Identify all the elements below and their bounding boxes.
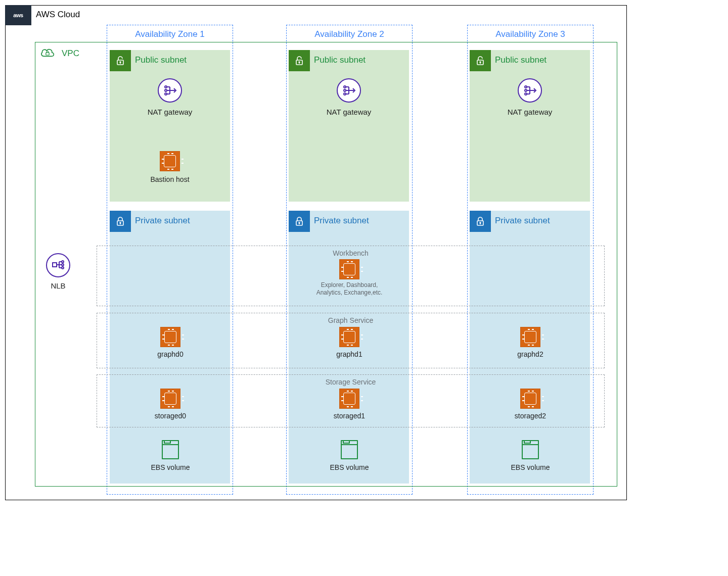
workbench-desc: Explorer, Dashboard, Analytics, Exchange… [309,281,390,297]
svg-point-17 [525,89,527,91]
graphd0-label: graphd0 [130,350,211,358]
svg-point-12 [344,93,346,95]
lock-open-icon [293,55,305,67]
lock-closed-icon [293,215,305,227]
nat-gateway-icon [158,78,182,103]
nlb-block: NLB [46,253,70,290]
workbench-instance: Explorer, Dashboard, Analytics, Exchange… [309,259,390,297]
public-subnet-icon [110,50,131,71]
ebs-label: EBS volume [140,463,201,471]
public-subnet-label: Public subnet [495,55,547,65]
nlb-icon [46,253,70,277]
nlb-label: NLB [46,281,70,290]
storaged2-label: storaged2 [490,412,571,420]
graphd1-label: graphd1 [309,350,390,358]
svg-point-5 [165,89,167,91]
svg-point-31 [62,267,64,269]
az1-label: Availability Zone 1 [107,29,233,39]
public-subnet-az1: Public subnet NAT gateway Bastion host [110,50,230,202]
aws-logo-text: aws [13,12,23,18]
graphd2-instance: graphd2 [490,327,571,358]
storaged2-instance: storaged2 [490,389,571,420]
nat-gateway-label: NAT gateway [470,108,590,116]
storaged0-label: storaged0 [130,412,211,420]
lock-closed-icon [114,215,126,227]
ec2-instance-icon [339,389,359,409]
public-subnet-az3: Public subnet NAT gateway [470,50,590,202]
ebs-label: EBS volume [319,463,380,471]
public-subnet-label: Public subnet [135,55,187,65]
svg-point-29 [62,261,64,263]
graphd1-instance: graphd1 [309,327,390,358]
ebs-volume-az2: EBS volume [319,440,380,471]
storage-service-title: Storage Service [97,378,604,386]
nat-gateway-az2: NAT gateway [289,78,409,116]
svg-point-30 [62,264,64,266]
aws-cloud-label: AWS Cloud [36,10,80,20]
svg-point-6 [165,93,167,95]
aws-logo-badge: aws [5,5,31,25]
vpc-cloud-icon [39,46,56,60]
storaged0-instance: storaged0 [130,389,211,420]
ebs-volume-icon [162,440,179,459]
vpc-label: VPC [62,49,79,59]
ebs-volume-az1: EBS volume [140,440,201,471]
private-subnet-label: Private subnet [495,216,550,226]
nat-gateway-label: NAT gateway [289,108,409,116]
svg-point-16 [525,86,527,88]
public-subnet-icon [289,50,310,71]
workbench-title: Workbench [97,249,604,257]
public-subnet-icon [470,50,491,71]
nat-gateway-icon [518,78,542,103]
ec2-instance-icon [339,327,359,347]
svg-rect-28 [53,263,57,267]
ec2-instance-icon [520,389,540,409]
svg-point-10 [344,86,346,88]
public-subnet-az2: Public subnet NAT gateway [289,50,409,202]
private-subnet-label: Private subnet [135,216,190,226]
public-subnet-label: Public subnet [314,55,366,65]
ebs-volume-az3: EBS volume [500,440,561,471]
ec2-instance-icon [520,327,540,347]
svg-rect-0 [46,53,49,55]
ebs-label: EBS volume [500,463,561,471]
az3-label: Availability Zone 3 [468,29,593,39]
nat-gateway-az1: NAT gateway [110,78,230,116]
ebs-volume-icon [522,440,539,459]
nat-gateway-icon [337,78,361,103]
lock-open-icon [114,55,126,67]
private-subnet-icon [110,211,131,232]
aws-architecture-diagram: aws AWS Cloud Availability Zone 1 Availa… [5,5,627,500]
graph-service-title: Graph Service [97,316,604,324]
private-subnet-icon [289,211,310,232]
ec2-instance-icon [339,259,359,279]
ebs-volume-icon [341,440,358,459]
svg-point-18 [525,93,527,95]
ec2-instance-icon [160,327,180,347]
storaged1-label: storaged1 [309,412,390,420]
svg-point-11 [344,89,346,91]
lock-closed-icon [474,215,486,227]
svg-point-4 [165,86,167,88]
graphd2-label: graphd2 [490,350,571,358]
private-subnet-label: Private subnet [314,216,369,226]
ec2-instance-icon [160,151,180,171]
bastion-host-label: Bastion host [110,175,230,183]
private-subnet-icon [470,211,491,232]
lock-open-icon [474,55,486,67]
storaged1-instance: storaged1 [309,389,390,420]
bastion-host-block: Bastion host [110,151,230,183]
az2-label: Availability Zone 2 [287,29,412,39]
ec2-instance-icon [160,389,180,409]
nat-gateway-label: NAT gateway [110,108,230,116]
nat-gateway-az3: NAT gateway [470,78,590,116]
graphd0-instance: graphd0 [130,327,211,358]
